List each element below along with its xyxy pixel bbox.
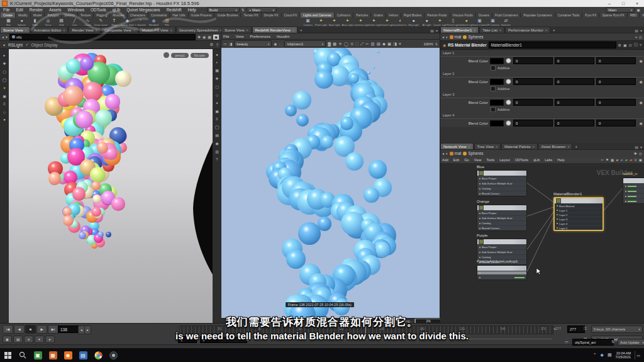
node-orange[interactable]: Base ProperSub-Surface Multiple ScatCoat… bbox=[477, 205, 527, 231]
layout-split-icon[interactable]: ▣ bbox=[213, 35, 219, 40]
tab-materialblender1[interactable]: MaterialBlender1× bbox=[440, 26, 479, 33]
blend-value-2[interactable]: 0 bbox=[596, 120, 636, 127]
info-icon[interactable]: ⓘ bbox=[634, 42, 638, 48]
shelf-tab-texture[interactable]: Texture bbox=[78, 13, 94, 18]
shelf-tab-rigid-bodies[interactable]: Rigid Bodies bbox=[401, 13, 425, 18]
help-icon[interactable]: ? bbox=[640, 43, 641, 47]
shelf-tab-modify[interactable]: Modify bbox=[16, 13, 31, 18]
tab-composite-view[interactable]: Composite View× bbox=[101, 26, 138, 33]
pane-menu-icon[interactable]: ▤ bbox=[635, 145, 638, 149]
pin-icon[interactable]: ◎ bbox=[639, 151, 642, 156]
view-pill-persp[interactable]: persp1 bbox=[171, 53, 188, 58]
camera-tool-icon[interactable]: ● bbox=[3, 118, 6, 122]
tab-scene-view[interactable]: Scene View× bbox=[0, 26, 30, 33]
node-redshift-material[interactable] bbox=[623, 178, 644, 204]
shelf-tab-terrain-fx[interactable]: Terrain FX bbox=[241, 13, 261, 18]
grid-toggle-icon[interactable]: ◇ bbox=[216, 93, 219, 97]
tab-animation-editor[interactable]: Animation Editor× bbox=[31, 26, 69, 33]
menu-file[interactable]: File bbox=[0, 8, 13, 12]
range-slider-handle[interactable] bbox=[246, 337, 249, 341]
loop-icon[interactable]: ≡ bbox=[24, 336, 33, 343]
gear-icon[interactable]: ⚙ bbox=[618, 43, 621, 47]
help-icon[interactable]: ? bbox=[216, 43, 218, 47]
zoom-stepper-icon[interactable]: ⇅ bbox=[435, 42, 438, 46]
grid-snap-icon[interactable]: ▦ bbox=[611, 158, 614, 162]
close-tab-icon[interactable]: × bbox=[545, 28, 547, 32]
tool-draw-curve[interactable]: ✎Draw Curve bbox=[94, 18, 108, 26]
frame-step-fwd[interactable]: ▸ bbox=[84, 325, 91, 334]
slider-ladder-icon[interactable]: ◉ bbox=[638, 79, 644, 84]
target-icon[interactable]: ◉ bbox=[203, 35, 206, 39]
renderview-menu-preferences[interactable]: Preferences bbox=[250, 35, 270, 38]
additive-checkbox[interactable] bbox=[491, 65, 496, 71]
shelf-tab-particles[interactable]: Particles bbox=[353, 13, 371, 18]
start-button[interactable] bbox=[0, 348, 15, 362]
breadcrumb-mat[interactable]: mat bbox=[450, 35, 462, 39]
shelf-tab-simple-fx[interactable]: Simple FX bbox=[262, 13, 282, 18]
crop-icon[interactable]: ⬚ bbox=[279, 42, 283, 46]
layers-icon[interactable]: ≡ bbox=[399, 42, 401, 46]
notification-icon[interactable]: ▭ bbox=[635, 351, 641, 359]
build-desktop-combo[interactable]: Build▾ bbox=[207, 7, 240, 13]
taskbar-app-houdini[interactable]: ◉ bbox=[60, 348, 75, 362]
fit-icon[interactable]: ▤ bbox=[377, 42, 380, 47]
blend-color-swatch[interactable] bbox=[490, 79, 504, 85]
shelf-tab-oceans[interactable]: Oceans bbox=[476, 13, 492, 18]
tab-geometry-spreadsheet[interactable]: Geometry Spreadsheet× bbox=[176, 26, 225, 33]
tool-area-light[interactable]: ✦Area Light bbox=[341, 18, 354, 26]
blend-value-0[interactable]: 0 bbox=[513, 99, 553, 106]
close-tab-icon[interactable]: × bbox=[496, 145, 497, 149]
shelf-tab-lights-and-cameras[interactable]: Lights and Cameras bbox=[301, 13, 335, 18]
blend-value-0[interactable]: 0 bbox=[513, 120, 553, 127]
breadcrumb-mat[interactable]: mat bbox=[450, 151, 462, 156]
shelf-tab-wires[interactable]: Wires bbox=[640, 13, 644, 18]
add-tab-button[interactable]: + bbox=[551, 28, 557, 33]
operator-icon[interactable]: ▣ bbox=[623, 43, 627, 47]
pane-menu-icon[interactable]: ▤ bbox=[635, 28, 638, 33]
shelf-tab-polygon[interactable]: Polygon bbox=[45, 13, 62, 18]
tool-spot-light[interactable]: ✦Spot Light bbox=[328, 18, 341, 26]
tab-tree-view[interactable]: Tree View× bbox=[474, 143, 501, 149]
audio-icon[interactable]: ▤ bbox=[13, 336, 23, 343]
node-particleattributelookup1[interactable] bbox=[477, 265, 527, 280]
taskbar-app-photos[interactable]: ▦ bbox=[45, 348, 60, 362]
plus-icon[interactable]: ✚ bbox=[634, 151, 637, 156]
camera-lock-icon[interactable]: ◉ bbox=[274, 42, 277, 46]
points-icon[interactable]: ▢ bbox=[215, 84, 219, 89]
shelf-tab-populate-containers[interactable]: Populate Containers bbox=[521, 13, 555, 18]
color-picker-button[interactable] bbox=[506, 58, 511, 64]
refresh[interactable]: ✛ bbox=[338, 42, 341, 47]
blend-color-swatch[interactable] bbox=[490, 99, 504, 106]
node-name-field[interactable]: MaterialBlender1 bbox=[489, 42, 616, 48]
status-path-field[interactable]: obj/Spiral_ani bbox=[572, 339, 614, 346]
search-icon[interactable]: ⊙ bbox=[634, 158, 637, 162]
shelf-tab-muscles[interactable]: Muscles bbox=[110, 13, 127, 18]
taskbar-app-chrome[interactable] bbox=[91, 348, 106, 362]
tray-chevron-icon[interactable]: ⌃ bbox=[593, 353, 597, 358]
select-tool-icon[interactable]: ▸ bbox=[3, 53, 5, 57]
tool-environment-light[interactable]: ◐Environment Light bbox=[394, 18, 407, 26]
tool-geometry-light[interactable]: ✦Geometry Light bbox=[354, 18, 367, 26]
scene-path-field[interactable]: obj bbox=[9, 34, 196, 40]
keyboard-icon[interactable]: ▤ bbox=[608, 353, 612, 358]
pane-split-icon[interactable]: ▾ bbox=[640, 28, 642, 33]
range-bar[interactable] bbox=[217, 337, 247, 343]
auto-update-dropdown[interactable]: Auto Update▾ bbox=[618, 339, 644, 346]
camera-lock-icon[interactable]: ▣ bbox=[215, 109, 219, 113]
desktop-selector[interactable]: Main▾ bbox=[606, 7, 635, 13]
tool-stereo-camera[interactable]: ▣Stereo Camera bbox=[473, 18, 486, 26]
network-menu-labs[interactable]: Labs bbox=[545, 158, 552, 162]
palette-green[interactable]: ▰ bbox=[625, 158, 628, 162]
wireframe-icon[interactable]: ▦ bbox=[215, 68, 219, 72]
scale-tool-icon[interactable]: ◯ bbox=[3, 77, 7, 82]
close-tab-icon[interactable]: × bbox=[567, 145, 569, 149]
close-tab-icon[interactable]: × bbox=[170, 28, 172, 32]
shelf-tab-sparse-pyro-fx[interactable]: Sparse Pyro FX bbox=[599, 13, 627, 18]
help-icon[interactable]: ? bbox=[216, 157, 218, 161]
tool-torus[interactable]: ◎Torus bbox=[42, 18, 55, 26]
tab-render-view[interactable]: Render View× bbox=[69, 26, 100, 33]
additive-checkbox[interactable] bbox=[491, 86, 496, 91]
taskbar-app-document[interactable]: ▤ bbox=[75, 348, 91, 362]
menu-render[interactable]: Render bbox=[26, 8, 46, 12]
center-icon[interactable]: ✂ bbox=[365, 42, 369, 47]
